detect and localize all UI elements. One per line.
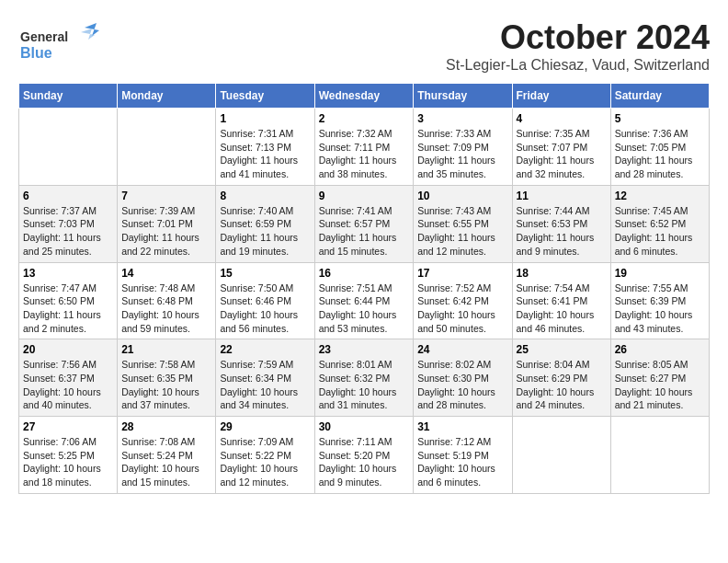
day-info: Sunrise: 7:47 AMSunset: 6:50 PMDaylight:… <box>23 282 113 336</box>
day-number: 7 <box>121 190 211 202</box>
day-info: Sunrise: 7:50 AMSunset: 6:46 PMDaylight:… <box>220 282 310 336</box>
day-number: 19 <box>615 267 705 280</box>
calendar-day-cell: 15Sunrise: 7:50 AMSunset: 6:46 PMDayligh… <box>216 262 314 339</box>
day-number: 23 <box>319 343 410 356</box>
weekday-header: Sunday <box>19 84 118 109</box>
weekday-header: Wednesday <box>314 84 414 109</box>
day-number: 12 <box>615 190 705 202</box>
calendar-day-cell: 22Sunrise: 7:59 AMSunset: 6:34 PMDayligh… <box>216 339 314 417</box>
calendar-day-cell: 27Sunrise: 7:06 AMSunset: 5:25 PMDayligh… <box>19 417 118 494</box>
calendar-day-cell: 10Sunrise: 7:43 AMSunset: 6:55 PMDayligh… <box>414 185 512 262</box>
day-number: 26 <box>615 343 705 356</box>
calendar-day-cell <box>512 417 610 494</box>
day-number: 25 <box>517 343 607 356</box>
day-info: Sunrise: 7:37 AMSunset: 7:03 PMDaylight:… <box>23 204 113 259</box>
calendar-week-row: 1Sunrise: 7:31 AMSunset: 7:13 PMDaylight… <box>19 109 710 186</box>
calendar-day-cell: 12Sunrise: 7:45 AMSunset: 6:52 PMDayligh… <box>610 185 709 262</box>
day-info: Sunrise: 7:41 AMSunset: 6:57 PMDaylight:… <box>319 204 410 259</box>
day-info: Sunrise: 7:45 AMSunset: 6:52 PMDaylight:… <box>615 204 705 259</box>
day-info: Sunrise: 7:56 AMSunset: 6:37 PMDaylight:… <box>23 358 113 412</box>
calendar-week-row: 6Sunrise: 7:37 AMSunset: 7:03 PMDaylight… <box>19 185 710 262</box>
day-info: Sunrise: 7:52 AMSunset: 6:42 PMDaylight:… <box>417 282 507 336</box>
day-number: 13 <box>23 267 113 280</box>
calendar-day-cell: 23Sunrise: 8:01 AMSunset: 6:32 PMDayligh… <box>314 339 414 417</box>
day-info: Sunrise: 7:43 AMSunset: 6:55 PMDaylight:… <box>417 204 507 259</box>
calendar-day-cell: 21Sunrise: 7:58 AMSunset: 6:35 PMDayligh… <box>118 339 216 417</box>
logo: General Blue <box>18 23 101 69</box>
day-number: 17 <box>417 267 507 280</box>
calendar-day-cell: 19Sunrise: 7:55 AMSunset: 6:39 PMDayligh… <box>610 262 709 339</box>
day-info: Sunrise: 7:31 AMSunset: 7:13 PMDaylight:… <box>220 127 310 181</box>
day-number: 11 <box>517 190 607 202</box>
calendar-day-cell: 29Sunrise: 7:09 AMSunset: 5:22 PMDayligh… <box>216 417 314 494</box>
calendar-day-cell: 16Sunrise: 7:51 AMSunset: 6:44 PMDayligh… <box>314 262 414 339</box>
day-info: Sunrise: 7:44 AMSunset: 6:53 PMDaylight:… <box>517 204 607 259</box>
day-info: Sunrise: 7:35 AMSunset: 7:07 PMDaylight:… <box>517 127 607 181</box>
weekday-header: Friday <box>512 84 610 109</box>
day-number: 10 <box>417 190 507 202</box>
day-info: Sunrise: 7:08 AMSunset: 5:24 PMDaylight:… <box>121 435 211 489</box>
day-info: Sunrise: 8:05 AMSunset: 6:27 PMDaylight:… <box>615 358 705 412</box>
calendar-day-cell: 9Sunrise: 7:41 AMSunset: 6:57 PMDaylight… <box>314 185 414 262</box>
calendar-day-cell: 28Sunrise: 7:08 AMSunset: 5:24 PMDayligh… <box>118 417 216 494</box>
calendar-week-row: 13Sunrise: 7:47 AMSunset: 6:50 PMDayligh… <box>19 262 710 339</box>
weekday-header: Saturday <box>610 84 709 109</box>
calendar-day-cell: 30Sunrise: 7:11 AMSunset: 5:20 PMDayligh… <box>314 417 414 494</box>
day-info: Sunrise: 7:40 AMSunset: 6:59 PMDaylight:… <box>220 204 310 259</box>
calendar-table: SundayMondayTuesdayWednesdayThursdayFrid… <box>18 83 710 494</box>
day-info: Sunrise: 7:54 AMSunset: 6:41 PMDaylight:… <box>517 282 607 336</box>
day-number: 2 <box>319 112 410 125</box>
day-number: 27 <box>23 420 113 433</box>
day-number: 31 <box>417 420 507 433</box>
location: St-Legier-La Chiesaz, Vaud, Switzerland <box>446 57 710 74</box>
day-number: 28 <box>121 420 211 433</box>
calendar-day-cell: 31Sunrise: 7:12 AMSunset: 5:19 PMDayligh… <box>414 417 512 494</box>
calendar-day-cell: 18Sunrise: 7:54 AMSunset: 6:41 PMDayligh… <box>512 262 610 339</box>
day-number: 30 <box>319 420 410 433</box>
calendar-week-row: 20Sunrise: 7:56 AMSunset: 6:37 PMDayligh… <box>19 339 710 417</box>
day-info: Sunrise: 7:55 AMSunset: 6:39 PMDaylight:… <box>615 282 705 336</box>
day-number: 21 <box>121 343 211 356</box>
weekday-header: Monday <box>118 84 216 109</box>
day-info: Sunrise: 7:12 AMSunset: 5:19 PMDaylight:… <box>417 435 507 489</box>
day-number: 8 <box>220 190 310 202</box>
day-info: Sunrise: 7:36 AMSunset: 7:05 PMDaylight:… <box>615 127 705 181</box>
logo-svg: General Blue <box>18 23 101 69</box>
calendar-day-cell: 4Sunrise: 7:35 AMSunset: 7:07 PMDaylight… <box>512 109 610 186</box>
day-number: 16 <box>319 267 410 280</box>
day-info: Sunrise: 8:01 AMSunset: 6:32 PMDaylight:… <box>319 358 410 412</box>
day-number: 24 <box>417 343 507 356</box>
day-number: 9 <box>319 190 410 202</box>
page-header: General Blue October 2024 St-Legier-La C… <box>18 18 710 74</box>
calendar-day-cell: 11Sunrise: 7:44 AMSunset: 6:53 PMDayligh… <box>512 185 610 262</box>
calendar-day-cell <box>19 109 118 186</box>
day-info: Sunrise: 7:32 AMSunset: 7:11 PMDaylight:… <box>319 127 410 181</box>
weekday-header: Tuesday <box>216 84 314 109</box>
calendar-day-cell: 25Sunrise: 8:04 AMSunset: 6:29 PMDayligh… <box>512 339 610 417</box>
day-number: 6 <box>23 190 113 202</box>
calendar-day-cell <box>610 417 709 494</box>
day-number: 18 <box>517 267 607 280</box>
calendar-day-cell <box>118 109 216 186</box>
calendar-day-cell: 1Sunrise: 7:31 AMSunset: 7:13 PMDaylight… <box>216 109 314 186</box>
day-info: Sunrise: 7:06 AMSunset: 5:25 PMDaylight:… <box>23 435 113 489</box>
title-area: October 2024 St-Legier-La Chiesaz, Vaud,… <box>446 18 710 74</box>
day-info: Sunrise: 7:33 AMSunset: 7:09 PMDaylight:… <box>417 127 507 181</box>
day-info: Sunrise: 8:04 AMSunset: 6:29 PMDaylight:… <box>517 358 607 412</box>
day-number: 29 <box>220 420 310 433</box>
calendar-day-cell: 5Sunrise: 7:36 AMSunset: 7:05 PMDaylight… <box>610 109 709 186</box>
calendar-week-row: 27Sunrise: 7:06 AMSunset: 5:25 PMDayligh… <box>19 417 710 494</box>
calendar-day-cell: 8Sunrise: 7:40 AMSunset: 6:59 PMDaylight… <box>216 185 314 262</box>
calendar-day-cell: 14Sunrise: 7:48 AMSunset: 6:48 PMDayligh… <box>118 262 216 339</box>
day-number: 1 <box>220 112 310 125</box>
day-info: Sunrise: 7:58 AMSunset: 6:35 PMDaylight:… <box>121 358 211 412</box>
calendar-header-row: SundayMondayTuesdayWednesdayThursdayFrid… <box>19 84 710 109</box>
calendar-day-cell: 7Sunrise: 7:39 AMSunset: 7:01 PMDaylight… <box>118 185 216 262</box>
day-number: 14 <box>121 267 211 280</box>
day-info: Sunrise: 7:59 AMSunset: 6:34 PMDaylight:… <box>220 358 310 412</box>
calendar-day-cell: 2Sunrise: 7:32 AMSunset: 7:11 PMDaylight… <box>314 109 414 186</box>
day-info: Sunrise: 8:02 AMSunset: 6:30 PMDaylight:… <box>417 358 507 412</box>
day-info: Sunrise: 7:39 AMSunset: 7:01 PMDaylight:… <box>121 204 211 259</box>
calendar-day-cell: 26Sunrise: 8:05 AMSunset: 6:27 PMDayligh… <box>610 339 709 417</box>
svg-text:Blue: Blue <box>20 45 52 61</box>
